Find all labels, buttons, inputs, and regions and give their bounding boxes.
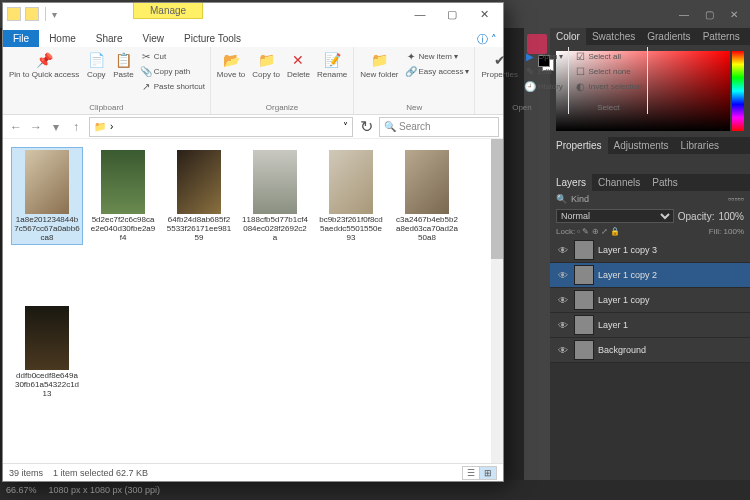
delete-button[interactable]: ✕Delete bbox=[285, 49, 312, 80]
file-item[interactable]: ddfb0cedf8e649a30fb61a54322c1d13 bbox=[11, 303, 83, 401]
file-item[interactable]: 1188cfb5d77b1cf4084ec028f2692c2a bbox=[239, 147, 311, 245]
tab-share[interactable]: Share bbox=[86, 30, 133, 47]
edit-button[interactable]: ✎Edit bbox=[523, 64, 565, 78]
layer-item[interactable]: 👁Layer 1 copy bbox=[550, 288, 750, 313]
file-item[interactable]: 1a8e201234844b7c567cc67a0abb6ca8 bbox=[11, 147, 83, 245]
explorer-titlebar[interactable]: ▾ — ▢ ✕ bbox=[3, 3, 503, 25]
tab-swatches[interactable]: Swatches bbox=[586, 28, 641, 45]
tab-paths[interactable]: Paths bbox=[646, 174, 684, 191]
tab-view[interactable]: View bbox=[133, 30, 175, 47]
rename-button[interactable]: 📝Rename bbox=[315, 49, 349, 80]
file-item[interactable]: bc9b23f261f0f8cd5aeddc5501550e93 bbox=[315, 147, 387, 245]
ps-close-icon[interactable]: ✕ bbox=[726, 9, 742, 20]
history-button[interactable]: 🕘History bbox=[523, 79, 565, 93]
close-button[interactable]: ✕ bbox=[469, 5, 499, 23]
ribbon-help-icon[interactable]: ⓘ ˄ bbox=[477, 32, 497, 47]
layer-thumbnail[interactable] bbox=[574, 265, 594, 285]
pasteshortcut-button[interactable]: ↗Paste shortcut bbox=[139, 79, 206, 93]
nav-history-icon[interactable]: ▾ bbox=[47, 118, 65, 136]
layer-thumbnail[interactable] bbox=[574, 340, 594, 360]
scrollbar-thumb[interactable] bbox=[491, 139, 503, 259]
selectall-button[interactable]: ☑Select all bbox=[573, 49, 643, 63]
maximize-button[interactable]: ▢ bbox=[437, 5, 467, 23]
layer-thumbnail[interactable] bbox=[574, 315, 594, 335]
newitem-button[interactable]: ✦New item ▾ bbox=[404, 49, 471, 63]
opacity-value[interactable]: 100% bbox=[718, 211, 744, 222]
layer-filter-icon[interactable]: ▫▫▫▫▫ bbox=[728, 194, 744, 204]
nav-forward-icon[interactable]: → bbox=[27, 118, 45, 136]
visibility-icon[interactable]: 👁 bbox=[556, 245, 570, 256]
open-button[interactable]: ▶Open ▾ bbox=[523, 49, 565, 63]
selectall-icon: ☑ bbox=[574, 50, 586, 62]
layer-item[interactable]: 👁Layer 1 bbox=[550, 313, 750, 338]
tab-picture-tools[interactable]: Picture Tools bbox=[174, 30, 251, 47]
nav-up-icon[interactable]: ↑ bbox=[67, 118, 85, 136]
tab-libraries[interactable]: Libraries bbox=[675, 137, 725, 154]
tab-home[interactable]: Home bbox=[39, 30, 86, 47]
dropdown-icon[interactable]: ˅ bbox=[343, 121, 348, 132]
selectnone-button[interactable]: ☐Select none bbox=[573, 64, 643, 78]
layer-thumbnail[interactable] bbox=[574, 240, 594, 260]
visibility-icon[interactable]: 👁 bbox=[556, 295, 570, 306]
file-item[interactable]: 5d2ec7f2c6c98cae2e040d30fbe2a9f4 bbox=[87, 147, 159, 245]
invert-button[interactable]: ◐Invert selection bbox=[573, 79, 643, 93]
cut-icon: ✂ bbox=[140, 50, 152, 62]
layer-item[interactable]: 👁Layer 1 copy 3 bbox=[550, 238, 750, 263]
minimize-button[interactable]: — bbox=[405, 5, 435, 23]
address-bar[interactable]: 📁 › ˅ bbox=[89, 117, 353, 137]
layer-item[interactable]: 👁Background bbox=[550, 338, 750, 363]
layer-item[interactable]: 👁Layer 1 copy 2 bbox=[550, 263, 750, 288]
file-thumbnail bbox=[329, 150, 373, 214]
opacity-label: Opacity: bbox=[678, 211, 715, 222]
tab-color[interactable]: Color bbox=[550, 28, 586, 45]
moveto-button[interactable]: 📂Move to bbox=[215, 49, 247, 80]
tab-patterns[interactable]: Patterns bbox=[697, 28, 746, 45]
path-chevron-icon[interactable]: › bbox=[110, 121, 113, 132]
lock-label: Lock: bbox=[556, 227, 575, 236]
pin-button[interactable]: 📌Pin to Quick access bbox=[7, 49, 81, 80]
copypath-button[interactable]: 📎Copy path bbox=[139, 64, 206, 78]
thumbnails-view-button[interactable]: ⊞ bbox=[479, 466, 497, 480]
scrollbar[interactable] bbox=[491, 139, 503, 463]
file-name: ddfb0cedf8e649a30fb61a54322c1d13 bbox=[14, 372, 80, 398]
tab-gradients[interactable]: Gradients bbox=[641, 28, 696, 45]
ps-maximize-icon[interactable]: ▢ bbox=[701, 9, 718, 20]
properties-button[interactable]: ✔Properties bbox=[479, 49, 519, 80]
easyaccess-button[interactable]: 🔗Easy access ▾ bbox=[404, 64, 471, 78]
layer-thumbnail[interactable] bbox=[574, 290, 594, 310]
cut-button[interactable]: ✂Cut bbox=[139, 49, 206, 63]
folder-icon bbox=[7, 7, 21, 21]
paste-button[interactable]: 📋Paste bbox=[111, 49, 135, 80]
doc-dimensions: 1080 px x 1080 px (300 ppi) bbox=[49, 485, 161, 495]
file-thumbnail bbox=[25, 306, 69, 370]
invert-icon: ◐ bbox=[574, 80, 586, 92]
lock-icons[interactable]: ▫ ✎ ⊕ ⤢ 🔒 bbox=[577, 227, 620, 236]
ribbon: 📌Pin to Quick access 📄Copy 📋Paste ✂Cut 📎… bbox=[3, 47, 503, 115]
details-view-button[interactable]: ☰ bbox=[462, 466, 480, 480]
copy-button[interactable]: 📄Copy bbox=[84, 49, 108, 80]
file-name: 5d2ec7f2c6c98cae2e040d30fbe2a9f4 bbox=[90, 216, 156, 242]
refresh-icon[interactable]: ↻ bbox=[357, 117, 375, 136]
file-name: 1a8e201234844b7c567cc67a0abb6ca8 bbox=[14, 216, 80, 242]
newfolder-button[interactable]: 📁New folder bbox=[358, 49, 400, 80]
visibility-icon[interactable]: 👁 bbox=[556, 345, 570, 356]
visibility-icon[interactable]: 👁 bbox=[556, 270, 570, 281]
visibility-icon[interactable]: 👁 bbox=[556, 320, 570, 331]
item-count: 39 items bbox=[9, 468, 43, 478]
tab-properties[interactable]: Properties bbox=[550, 137, 608, 154]
ps-minimize-icon[interactable]: — bbox=[675, 9, 693, 20]
search-box[interactable]: 🔍 Search bbox=[379, 117, 499, 137]
tab-layers[interactable]: Layers bbox=[550, 174, 592, 191]
zoom-level[interactable]: 66.67% bbox=[6, 485, 37, 495]
tab-adjustments[interactable]: Adjustments bbox=[608, 137, 675, 154]
blend-mode-select[interactable]: Normal bbox=[556, 209, 674, 223]
file-grid[interactable]: 1a8e201234844b7c567cc67a0abb6ca85d2ec7f2… bbox=[3, 139, 503, 463]
hue-slider[interactable] bbox=[732, 51, 744, 131]
tab-channels[interactable]: Channels bbox=[592, 174, 646, 191]
file-item[interactable]: 64fb24d8ab685f25533f26171ee98159 bbox=[163, 147, 235, 245]
copyto-button[interactable]: 📁Copy to bbox=[250, 49, 282, 80]
nav-back-icon[interactable]: ← bbox=[7, 118, 25, 136]
qat-icon[interactable] bbox=[25, 7, 39, 21]
tab-file[interactable]: File bbox=[3, 30, 39, 47]
file-item[interactable]: c3a2467b4eb5b2a8ed63ca70ad2a50a8 bbox=[391, 147, 463, 245]
